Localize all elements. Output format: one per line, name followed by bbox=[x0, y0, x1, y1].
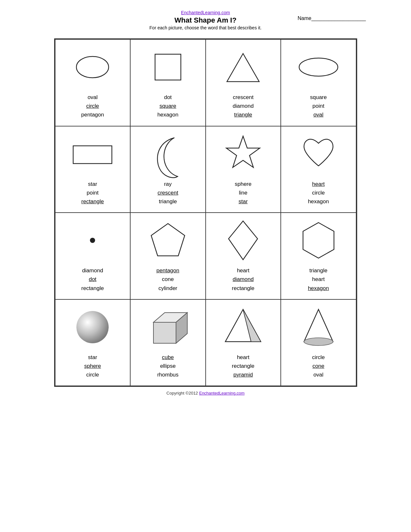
word-option: triangle bbox=[158, 197, 178, 206]
cell-inner: spherelinestar bbox=[209, 131, 278, 206]
svg-marker-10 bbox=[153, 322, 176, 343]
word-option: circle bbox=[312, 353, 325, 362]
svg-point-17 bbox=[304, 338, 333, 346]
sphere-shape bbox=[76, 305, 109, 350]
table-row: ovalcirclepentagondotsquarehexagoncresce… bbox=[55, 39, 356, 126]
word-option: diamond bbox=[233, 102, 254, 110]
pentagon-shape bbox=[149, 218, 187, 263]
pyramid-shape bbox=[222, 305, 264, 350]
word-option: rectangle bbox=[232, 362, 254, 370]
cell-0-2: crescentdiamondtriangle bbox=[206, 39, 281, 126]
square-shape bbox=[152, 45, 184, 90]
site-link[interactable]: EnchantedLearning.com bbox=[181, 10, 230, 15]
table-row: starpointrectangle raycrescenttriangle s… bbox=[55, 126, 356, 213]
triangle-shape bbox=[225, 45, 261, 90]
word-option: dot bbox=[81, 275, 104, 284]
cell-0-0: ovalcirclepentagon bbox=[55, 39, 131, 126]
word-choices: pentagonconecylinder bbox=[156, 266, 179, 293]
table-row: diamonddotrectangle pentagonconecylinder… bbox=[55, 213, 356, 299]
word-option: circle bbox=[84, 370, 101, 379]
word-option: diamond bbox=[232, 275, 254, 284]
word-option: rectangle bbox=[81, 197, 104, 206]
cell-inner: trianglehearthexagon bbox=[284, 218, 353, 293]
cell-inner: heartcirclehexagon bbox=[284, 131, 353, 206]
word-option: pyramid bbox=[232, 370, 254, 379]
word-option: circle bbox=[81, 102, 104, 110]
word-option: star bbox=[84, 353, 101, 362]
cell-2-3: trianglehearthexagon bbox=[281, 213, 356, 299]
cell-0-1: dotsquarehexagon bbox=[130, 39, 206, 126]
svg-marker-16 bbox=[304, 309, 333, 342]
cell-inner: ovalcirclepentagon bbox=[59, 45, 127, 119]
cell-inner: starspherecircle bbox=[59, 305, 127, 379]
footer-link[interactable]: EnchantedLearning.com bbox=[199, 391, 245, 396]
word-option: crescent bbox=[158, 188, 178, 197]
cell-2-1: pentagonconecylinder bbox=[130, 213, 206, 299]
ellipse-shape bbox=[298, 45, 339, 90]
svg-marker-8 bbox=[229, 221, 258, 260]
word-option: square bbox=[157, 102, 178, 110]
cell-3-2: heartrectanglepyramid bbox=[206, 299, 281, 386]
cell-2-0: diamonddotrectangle bbox=[55, 213, 131, 299]
svg-marker-2 bbox=[227, 54, 259, 82]
worksheet-grid: ovalcirclepentagondotsquarehexagoncresce… bbox=[54, 38, 357, 387]
word-option: ellipse bbox=[157, 362, 179, 370]
cell-1-1: raycrescenttriangle bbox=[130, 126, 206, 213]
word-choices: heartcirclehexagon bbox=[308, 180, 329, 206]
word-option: cone bbox=[312, 362, 325, 370]
word-option: triangle bbox=[233, 110, 254, 119]
dot-shape bbox=[88, 218, 97, 263]
word-option: rhombus bbox=[157, 370, 179, 379]
word-choices: heartrectanglepyramid bbox=[232, 353, 254, 379]
word-choices: ovalcirclepentagon bbox=[81, 93, 104, 119]
svg-point-3 bbox=[299, 58, 338, 76]
word-option: oval bbox=[312, 370, 325, 379]
word-option: ray bbox=[158, 180, 178, 188]
name-field: Name bbox=[298, 15, 366, 21]
cell-inner: circleconeoval bbox=[284, 305, 353, 379]
word-option: hexagon bbox=[157, 110, 178, 119]
cell-inner: cubeellipserhombus bbox=[134, 305, 202, 379]
word-choices: squarepointoval bbox=[310, 93, 327, 119]
word-choices: spherelinestar bbox=[235, 180, 251, 206]
svg-rect-4 bbox=[73, 146, 112, 164]
word-option: pentagon bbox=[156, 266, 179, 275]
svg-marker-7 bbox=[151, 224, 185, 256]
word-choices: cubeellipserhombus bbox=[157, 353, 179, 379]
svg-marker-5 bbox=[226, 136, 260, 167]
word-option: point bbox=[81, 188, 104, 197]
word-choices: diamonddotrectangle bbox=[81, 266, 104, 293]
word-option: hexagon bbox=[308, 284, 329, 293]
word-option: heart bbox=[232, 353, 254, 362]
word-option: rectangle bbox=[232, 284, 254, 293]
cell-3-0: starspherecircle bbox=[55, 299, 131, 386]
cell-1-0: starpointrectangle bbox=[55, 126, 131, 213]
word-option: heart bbox=[232, 266, 254, 275]
word-option: heart bbox=[308, 180, 329, 188]
cell-inner: raycrescenttriangle bbox=[134, 131, 202, 206]
word-option: circle bbox=[308, 188, 329, 197]
word-choices: trianglehearthexagon bbox=[308, 266, 329, 293]
word-option: sphere bbox=[235, 180, 251, 188]
word-option: heart bbox=[308, 275, 329, 284]
word-option: square bbox=[310, 93, 327, 102]
word-choices: dotsquarehexagon bbox=[157, 93, 178, 119]
cell-3-1: cubeellipserhombus bbox=[130, 299, 206, 386]
diamond-shape bbox=[227, 218, 259, 263]
word-option: dot bbox=[157, 93, 178, 102]
word-option: cylinder bbox=[156, 284, 179, 293]
cell-inner: heartdiamondrectangle bbox=[209, 218, 278, 293]
word-option: triangle bbox=[308, 266, 329, 275]
crescent-shape bbox=[152, 131, 184, 176]
word-option: pentagon bbox=[81, 110, 104, 119]
svg-point-6 bbox=[90, 238, 95, 243]
word-choices: crescentdiamondtriangle bbox=[233, 93, 254, 119]
word-option: star bbox=[81, 180, 104, 188]
cell-1-3: heartcirclehexagon bbox=[281, 126, 356, 213]
cell-0-3: squarepointoval bbox=[281, 39, 356, 126]
svg-point-0 bbox=[76, 56, 109, 78]
subtitle: For each picture, choose the word that b… bbox=[6, 25, 405, 30]
word-choices: raycrescenttriangle bbox=[158, 180, 178, 206]
cell-inner: diamonddotrectangle bbox=[59, 218, 127, 293]
cell-inner: heartrectanglepyramid bbox=[209, 305, 278, 379]
